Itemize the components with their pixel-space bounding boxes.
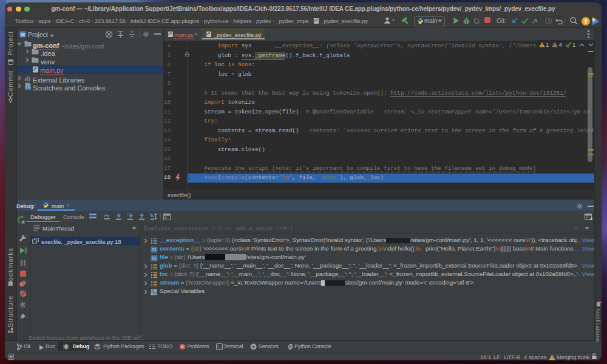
svg-text:01: 01 bbox=[152, 256, 157, 260]
svg-text:01: 01 bbox=[152, 248, 157, 252]
